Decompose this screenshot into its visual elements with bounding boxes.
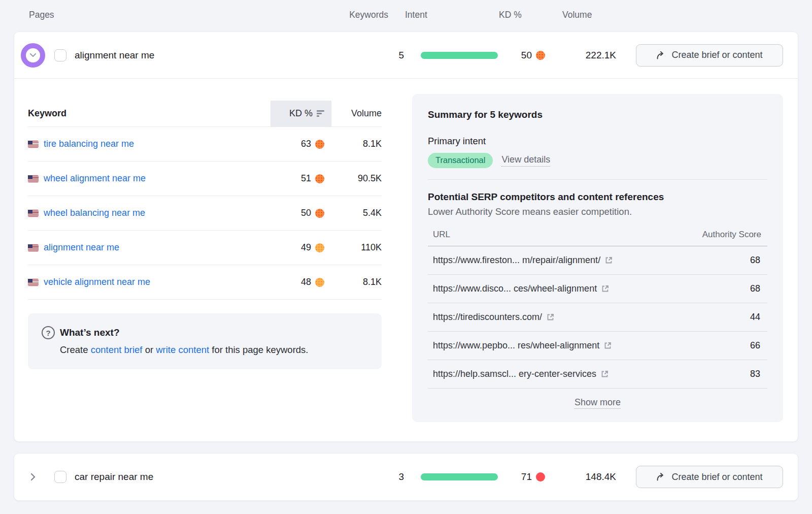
kd-value: 50 — [301, 208, 311, 218]
page-row-car-repair-near-me[interactable]: car repair near me 3 71 148.4K Create br… — [14, 454, 798, 500]
kd-sort-header[interactable]: KD % — [270, 101, 331, 126]
summary-title: Summary for 5 keywords — [428, 109, 767, 120]
competitor-url: https://www.pepbo... res/wheel-alignment — [433, 340, 599, 351]
page-name: alignment near me — [75, 50, 356, 61]
expanded-detail-area: Keyword KD % Volume tire balancing near … — [14, 79, 798, 440]
url-column-label: URL — [433, 230, 450, 240]
competitor-url: https://tirediscounters.com/ — [433, 312, 542, 323]
competitor-row: https://tirediscounters.com/ 44 — [428, 303, 767, 332]
authority-score: 83 — [750, 369, 760, 379]
keyword-row: tire balancing near me 63 8.1K — [28, 127, 382, 162]
intent-badge: Transactional — [428, 153, 493, 168]
competitor-url: https://www.fireston... m/repair/alignme… — [433, 255, 600, 266]
external-link-icon[interactable] — [605, 256, 613, 264]
external-link-icon[interactable] — [601, 285, 609, 293]
external-link-icon[interactable] — [604, 342, 612, 349]
keyword-link[interactable]: wheel alignment near me — [44, 173, 146, 184]
intent-bar — [421, 473, 498, 480]
competitor-row: https://www.pepbo... res/wheel-alignment… — [428, 332, 767, 360]
volume-value: 148.4K — [545, 471, 616, 483]
kd-value: 71 — [521, 471, 532, 483]
volume-column-label: Volume — [331, 108, 382, 119]
authority-score: 68 — [750, 283, 760, 294]
kd-value: 50 — [521, 50, 532, 61]
expand-row-button[interactable] — [21, 465, 45, 489]
content-brief-link[interactable]: content brief — [91, 344, 143, 355]
redirect-arrow-icon — [656, 51, 666, 59]
keyword-link[interactable]: tire balancing near me — [44, 139, 134, 149]
keyword-link[interactable]: vehicle alignment near me — [44, 277, 150, 287]
page-card-alignment-near-me: alignment near me 5 50 222.1K Create bri… — [14, 31, 798, 442]
keyword-row: wheel balancing near me 50 5.4K — [28, 196, 382, 231]
create-brief-label: Create brief or content — [671, 50, 762, 60]
kd-value: 51 — [301, 173, 311, 184]
summary-divider — [428, 179, 767, 180]
keyword-column-label: Keyword — [28, 108, 270, 119]
kd-difficulty-dot — [315, 140, 324, 149]
kd-difficulty-dot — [536, 472, 545, 481]
us-flag-icon — [28, 141, 39, 148]
whats-next-box: ? What’s next? Create content brief or w… — [28, 313, 382, 369]
competitors-subtitle: Lower Authority Score means easier compe… — [428, 206, 767, 217]
page-card-car-repair-near-me: car repair near me 3 71 148.4K Create br… — [14, 453, 798, 501]
kd-value: 49 — [301, 242, 311, 253]
whats-next-suffix: for this page keywords. — [209, 344, 308, 355]
us-flag-icon — [28, 279, 39, 286]
question-mark-icon: ? — [42, 326, 55, 339]
page-row-alignment-near-me[interactable]: alignment near me 5 50 222.1K Create bri… — [14, 32, 798, 79]
whats-next-text: Create content brief or write content fo… — [60, 344, 371, 356]
volume-value: 222.1K — [545, 50, 616, 61]
kd-column-label: KD % — [289, 108, 313, 119]
whats-next-title: What’s next? — [60, 327, 120, 338]
competitor-row: https://www.fireston... m/repair/alignme… — [428, 246, 767, 275]
kd-value: 48 — [301, 277, 311, 287]
keyword-table-header: Keyword KD % Volume — [28, 101, 382, 127]
table-column-header: Pages Keywords Intent KD % Volume — [0, 0, 812, 31]
whats-next-prefix: Create — [60, 344, 91, 355]
column-pages: Pages — [29, 10, 54, 20]
competitor-row: https://help.samscl... ery-center-servic… — [428, 360, 767, 389]
keyword-table: Keyword KD % Volume tire balancing near … — [28, 101, 382, 422]
create-brief-button[interactable]: Create brief or content — [636, 466, 783, 488]
sort-descending-icon — [317, 110, 324, 117]
us-flag-icon — [28, 244, 39, 251]
whats-next-middle: or — [143, 344, 156, 355]
authority-score: 66 — [750, 340, 760, 351]
us-flag-icon — [28, 175, 39, 182]
keywords-count: 5 — [356, 50, 404, 61]
row-checkbox[interactable] — [54, 471, 66, 483]
kd-difficulty-dot — [536, 51, 545, 60]
competitors-title: Potential SERP competitors and content r… — [428, 191, 767, 203]
volume-value: 8.1K — [331, 277, 382, 287]
external-link-icon[interactable] — [547, 313, 554, 321]
column-kd: KD % — [499, 10, 522, 20]
redirect-arrow-icon — [656, 473, 666, 481]
kd-difficulty-dot — [315, 243, 324, 252]
show-more-link[interactable]: Show more — [574, 397, 621, 409]
primary-intent-label: Primary intent — [428, 136, 767, 147]
competitor-row: https://www.disco... ces/wheel-alignment… — [428, 275, 767, 303]
chevron-down-icon — [29, 53, 37, 57]
keyword-row: vehicle alignment near me 48 8.1K — [28, 265, 382, 300]
create-brief-button[interactable]: Create brief or content — [636, 44, 783, 67]
competitor-url: https://www.disco... ces/wheel-alignment — [433, 283, 597, 294]
intent-bar — [421, 52, 498, 59]
keyword-link[interactable]: wheel balancing near me — [44, 208, 145, 218]
keywords-count: 3 — [356, 471, 404, 483]
column-keywords: Keywords — [315, 10, 388, 20]
chevron-right-icon — [30, 473, 36, 481]
view-details-link[interactable]: View details — [501, 154, 550, 167]
keyword-row: alignment near me 49 110K — [28, 231, 382, 265]
competitor-url: https://help.samscl... ery-center-servic… — [433, 369, 596, 379]
keyword-link[interactable]: alignment near me — [44, 242, 119, 253]
summary-panel: Summary for 5 keywords Primary intent Tr… — [412, 94, 783, 422]
us-flag-icon — [28, 210, 39, 217]
write-content-link[interactable]: write content — [156, 344, 209, 355]
row-checkbox[interactable] — [54, 49, 66, 61]
external-link-icon[interactable] — [601, 370, 608, 378]
column-volume: Volume — [562, 10, 592, 20]
authority-score: 68 — [750, 255, 760, 266]
volume-value: 110K — [331, 242, 382, 253]
authority-score: 44 — [750, 312, 760, 323]
collapse-row-button[interactable] — [21, 43, 45, 68]
